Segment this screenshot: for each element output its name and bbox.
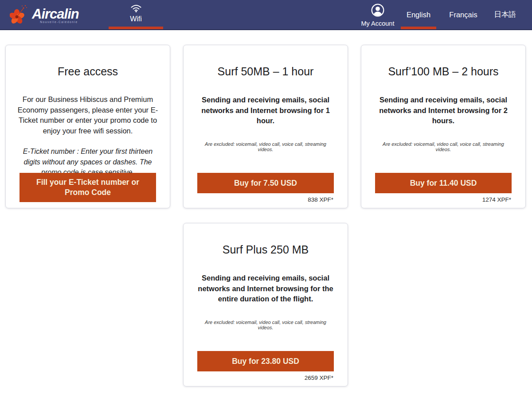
card-surf-plus-250mb: Surf Plus 250 MB Sending and receiving e… bbox=[183, 223, 348, 386]
fill-eticket-button[interactable]: Fill your E-Ticket number or Promo Code bbox=[20, 173, 156, 202]
wifi-icon bbox=[130, 4, 142, 14]
card-title: Surf’100 MB – 2 hours bbox=[361, 65, 525, 78]
card-surf-50mb: Surf 50MB – 1 hour Sending and receiving… bbox=[183, 45, 348, 208]
user-icon bbox=[371, 4, 384, 19]
lang-japanese[interactable]: 日本語 bbox=[489, 0, 520, 29]
card-description: For our Business Hibiscus and Premium Ec… bbox=[17, 94, 158, 136]
lang-francais-label: Français bbox=[449, 11, 477, 19]
alt-currency-price: 838 XPF* bbox=[308, 196, 333, 203]
lang-english[interactable]: English bbox=[401, 0, 436, 29]
card-description: Sending and receiving emails, social net… bbox=[195, 95, 336, 126]
buy-surf-plus-250mb-button[interactable]: Buy for 23.80 USD bbox=[197, 351, 334, 371]
my-account-label: My Account bbox=[361, 20, 395, 27]
buy-surf-50mb-button[interactable]: Buy for 7.50 USD bbox=[197, 173, 334, 193]
active-lang-indicator bbox=[401, 27, 436, 29]
buy-surf-100mb-button[interactable]: Buy for 11.40 USD bbox=[375, 173, 512, 193]
active-tab-indicator bbox=[109, 27, 163, 29]
alt-currency-price: 2659 XPF* bbox=[305, 374, 333, 381]
lang-japanese-label: 日本語 bbox=[494, 10, 516, 20]
my-account-button[interactable]: My Account bbox=[356, 0, 399, 29]
card-exclusions-note: Are excluded: voicemail, video call, voi… bbox=[197, 141, 334, 152]
plan-cards-row-2: Surf Plus 250 MB Sending and receiving e… bbox=[0, 223, 532, 386]
tab-wifi[interactable]: Wifi bbox=[109, 0, 163, 29]
card-exclusions-note: Are excluded: voicemail, video call, voi… bbox=[197, 320, 334, 330]
brand-logo[interactable]: Aircalin Nouvelle-Calédonie bbox=[10, 4, 79, 27]
card-title: Surf Plus 250 MB bbox=[184, 243, 348, 256]
card-description: Sending and receiving emails, social net… bbox=[373, 95, 514, 126]
top-nav: Aircalin Nouvelle-Calédonie Wifi bbox=[0, 0, 532, 30]
card-free-access: Free access For our Business Hibiscus an… bbox=[5, 45, 170, 208]
brand-tagline: Nouvelle-Calédonie bbox=[32, 20, 79, 23]
brand-wordmark: Aircalin bbox=[32, 7, 79, 21]
card-surf-100mb: Surf’100 MB – 2 hours Sending and receiv… bbox=[361, 45, 526, 208]
hibiscus-flower-icon bbox=[10, 4, 29, 27]
lang-english-label: English bbox=[407, 11, 430, 19]
alt-currency-price: 1274 XPF* bbox=[482, 196, 511, 203]
card-title: Surf 50MB – 1 hour bbox=[184, 65, 348, 78]
card-description: Sending and receiving emails, social net… bbox=[195, 273, 336, 304]
tab-wifi-label: Wifi bbox=[130, 15, 142, 23]
card-exclusions-note: Are excluded: voicemail, video call, voi… bbox=[375, 141, 512, 152]
plan-cards-row-1: Free access For our Business Hibiscus an… bbox=[0, 45, 532, 208]
card-title: Free access bbox=[6, 65, 170, 78]
lang-francais[interactable]: Français bbox=[444, 0, 482, 29]
